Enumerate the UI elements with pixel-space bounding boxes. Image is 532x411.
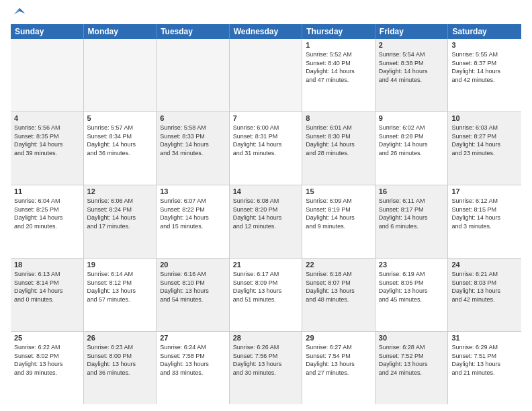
day-info: Sunrise: 6:16 AM Sunset: 8:10 PM Dayligh…: [160, 270, 226, 304]
day-info: Sunrise: 6:21 AM Sunset: 8:03 PM Dayligh…: [451, 270, 518, 304]
day-number: 27: [160, 334, 226, 342]
calendar-cell-3: 3Sunrise: 5:55 AM Sunset: 8:37 PM Daylig…: [448, 39, 521, 111]
day-info: Sunrise: 6:26 AM Sunset: 7:56 PM Dayligh…: [233, 343, 299, 377]
day-number: 20: [160, 261, 226, 269]
calendar-cell-10: 10Sunrise: 6:03 AM Sunset: 8:27 PM Dayli…: [448, 112, 521, 185]
day-number: 29: [306, 334, 371, 342]
day-info: Sunrise: 6:00 AM Sunset: 8:31 PM Dayligh…: [233, 124, 299, 157]
day-number: 3: [451, 41, 518, 49]
day-info: Sunrise: 6:06 AM Sunset: 8:24 PM Dayligh…: [87, 197, 153, 230]
day-info: Sunrise: 6:13 AM Sunset: 8:14 PM Dayligh…: [14, 270, 80, 304]
calendar-cell-7: 7Sunrise: 6:00 AM Sunset: 8:31 PM Daylig…: [230, 112, 303, 185]
calendar-cell-empty-3: [230, 39, 303, 111]
day-info: Sunrise: 6:18 AM Sunset: 8:07 PM Dayligh…: [306, 270, 371, 304]
calendar-cell-6: 6Sunrise: 5:58 AM Sunset: 8:33 PM Daylig…: [157, 112, 230, 185]
header: [11, 7, 521, 20]
day-info: Sunrise: 6:03 AM Sunset: 8:27 PM Dayligh…: [451, 124, 518, 157]
calendar-cell-19: 19Sunrise: 6:14 AM Sunset: 8:12 PM Dayli…: [84, 259, 157, 331]
day-number: 10: [451, 114, 518, 122]
calendar: SundayMondayTuesdayWednesdayThursdayFrid…: [11, 24, 521, 404]
logo: [11, 7, 26, 20]
day-number: 25: [14, 334, 80, 342]
day-number: 9: [379, 114, 445, 122]
calendar-cell-30: 30Sunrise: 6:28 AM Sunset: 7:52 PM Dayli…: [375, 332, 449, 404]
day-info: Sunrise: 5:54 AM Sunset: 8:38 PM Dayligh…: [379, 50, 445, 84]
day-info: Sunrise: 6:29 AM Sunset: 7:51 PM Dayligh…: [451, 343, 518, 377]
day-number: 13: [160, 187, 226, 195]
day-info: Sunrise: 6:22 AM Sunset: 8:02 PM Dayligh…: [14, 343, 80, 377]
calendar-body: 1Sunrise: 5:52 AM Sunset: 8:40 PM Daylig…: [11, 39, 521, 404]
calendar-cell-12: 12Sunrise: 6:06 AM Sunset: 8:24 PM Dayli…: [84, 185, 157, 258]
day-number: 6: [160, 114, 226, 122]
day-number: 1: [306, 41, 371, 49]
day-number: 22: [306, 261, 371, 269]
day-number: 5: [87, 114, 153, 122]
day-number: 7: [233, 114, 299, 122]
calendar-cell-27: 27Sunrise: 6:24 AM Sunset: 7:58 PM Dayli…: [157, 332, 230, 404]
day-number: 30: [379, 334, 445, 342]
calendar-cell-14: 14Sunrise: 6:08 AM Sunset: 8:20 PM Dayli…: [230, 185, 303, 258]
day-number: 4: [14, 114, 80, 122]
day-info: Sunrise: 6:14 AM Sunset: 8:12 PM Dayligh…: [87, 270, 153, 304]
day-number: 16: [379, 187, 445, 195]
day-number: 17: [451, 187, 518, 195]
calendar-cell-16: 16Sunrise: 6:11 AM Sunset: 8:17 PM Dayli…: [375, 185, 449, 258]
day-info: Sunrise: 6:23 AM Sunset: 8:00 PM Dayligh…: [87, 343, 153, 377]
calendar-header-wednesday: Wednesday: [230, 24, 303, 39]
day-info: Sunrise: 6:01 AM Sunset: 8:30 PM Dayligh…: [306, 124, 371, 157]
calendar-cell-24: 24Sunrise: 6:21 AM Sunset: 8:03 PM Dayli…: [448, 259, 521, 331]
calendar-cell-17: 17Sunrise: 6:12 AM Sunset: 8:15 PM Dayli…: [448, 185, 521, 258]
day-info: Sunrise: 5:56 AM Sunset: 8:35 PM Dayligh…: [14, 124, 80, 157]
day-number: 11: [14, 187, 80, 195]
day-number: 18: [14, 261, 80, 269]
calendar-cell-2: 2Sunrise: 5:54 AM Sunset: 8:38 PM Daylig…: [375, 39, 449, 111]
calendar-week-4: 18Sunrise: 6:13 AM Sunset: 8:14 PM Dayli…: [11, 259, 521, 332]
calendar-cell-empty-0: [11, 39, 84, 111]
day-number: 26: [87, 334, 153, 342]
day-info: Sunrise: 6:02 AM Sunset: 8:28 PM Dayligh…: [379, 124, 445, 157]
calendar-header-tuesday: Tuesday: [157, 24, 230, 39]
calendar-cell-11: 11Sunrise: 6:04 AM Sunset: 8:25 PM Dayli…: [11, 185, 84, 258]
day-info: Sunrise: 6:17 AM Sunset: 8:09 PM Dayligh…: [233, 270, 299, 304]
day-info: Sunrise: 5:58 AM Sunset: 8:33 PM Dayligh…: [160, 124, 226, 157]
calendar-cell-8: 8Sunrise: 6:01 AM Sunset: 8:30 PM Daylig…: [302, 112, 375, 185]
day-number: 23: [379, 261, 445, 269]
calendar-header-monday: Monday: [84, 24, 157, 39]
day-info: Sunrise: 6:27 AM Sunset: 7:54 PM Dayligh…: [306, 343, 371, 377]
calendar-header-saturday: Saturday: [448, 24, 521, 39]
day-number: 15: [306, 187, 371, 195]
day-number: 14: [233, 187, 299, 195]
calendar-cell-15: 15Sunrise: 6:09 AM Sunset: 8:19 PM Dayli…: [302, 185, 375, 258]
calendar-week-3: 11Sunrise: 6:04 AM Sunset: 8:25 PM Dayli…: [11, 185, 521, 259]
day-number: 19: [87, 261, 153, 269]
calendar-cell-31: 31Sunrise: 6:29 AM Sunset: 7:51 PM Dayli…: [448, 332, 521, 404]
day-number: 2: [379, 41, 445, 49]
calendar-cell-29: 29Sunrise: 6:27 AM Sunset: 7:54 PM Dayli…: [302, 332, 375, 404]
logo-icon: [13, 7, 26, 20]
calendar-header-friday: Friday: [375, 24, 449, 39]
calendar-cell-1: 1Sunrise: 5:52 AM Sunset: 8:40 PM Daylig…: [302, 39, 375, 111]
day-info: Sunrise: 6:04 AM Sunset: 8:25 PM Dayligh…: [14, 197, 80, 230]
day-info: Sunrise: 6:07 AM Sunset: 8:22 PM Dayligh…: [160, 197, 226, 230]
day-number: 24: [451, 261, 518, 269]
calendar-cell-4: 4Sunrise: 5:56 AM Sunset: 8:35 PM Daylig…: [11, 112, 84, 185]
day-info: Sunrise: 6:28 AM Sunset: 7:52 PM Dayligh…: [379, 343, 445, 377]
calendar-cell-21: 21Sunrise: 6:17 AM Sunset: 8:09 PM Dayli…: [230, 259, 303, 331]
calendar-cell-13: 13Sunrise: 6:07 AM Sunset: 8:22 PM Dayli…: [157, 185, 230, 258]
calendar-week-2: 4Sunrise: 5:56 AM Sunset: 8:35 PM Daylig…: [11, 112, 521, 185]
day-info: Sunrise: 6:08 AM Sunset: 8:20 PM Dayligh…: [233, 197, 299, 230]
day-info: Sunrise: 5:57 AM Sunset: 8:34 PM Dayligh…: [87, 124, 153, 157]
day-info: Sunrise: 5:55 AM Sunset: 8:37 PM Dayligh…: [451, 50, 518, 84]
calendar-week-1: 1Sunrise: 5:52 AM Sunset: 8:40 PM Daylig…: [11, 39, 521, 112]
calendar-cell-18: 18Sunrise: 6:13 AM Sunset: 8:14 PM Dayli…: [11, 259, 84, 331]
day-info: Sunrise: 6:09 AM Sunset: 8:19 PM Dayligh…: [306, 197, 371, 230]
calendar-cell-26: 26Sunrise: 6:23 AM Sunset: 8:00 PM Dayli…: [84, 332, 157, 404]
day-info: Sunrise: 6:19 AM Sunset: 8:05 PM Dayligh…: [379, 270, 445, 304]
calendar-header-thursday: Thursday: [302, 24, 375, 39]
calendar-week-5: 25Sunrise: 6:22 AM Sunset: 8:02 PM Dayli…: [11, 332, 521, 404]
day-number: 12: [87, 187, 153, 195]
calendar-cell-22: 22Sunrise: 6:18 AM Sunset: 8:07 PM Dayli…: [302, 259, 375, 331]
calendar-cell-28: 28Sunrise: 6:26 AM Sunset: 7:56 PM Dayli…: [230, 332, 303, 404]
day-number: 28: [233, 334, 299, 342]
calendar-header: SundayMondayTuesdayWednesdayThursdayFrid…: [11, 24, 521, 39]
